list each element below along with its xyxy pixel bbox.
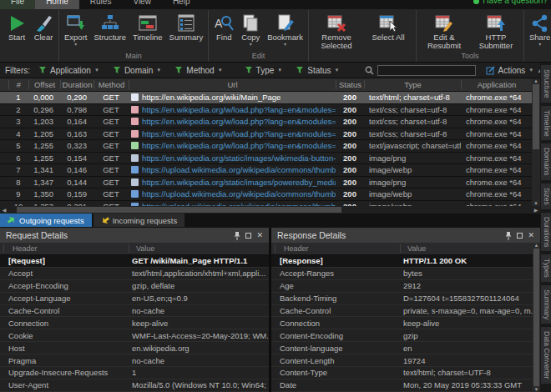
header-column[interactable]: Header (3, 244, 129, 253)
header-row[interactable]: Backend-Timing D=127604 t=15583275011240… (271, 293, 540, 305)
table-row[interactable]: 1 0,000 0,290 GET https://en.wikipedia.o… (0, 92, 532, 104)
side-tab[interactable]: Sizes (541, 183, 551, 209)
header-column[interactable]: Header (275, 244, 400, 253)
column-method[interactable]: Method (94, 80, 129, 89)
copy-button[interactable]: Copy ▾ (237, 10, 264, 52)
column-duration[interactable]: Duration (60, 80, 94, 89)
scroll-down-icon[interactable]: ▼ (533, 201, 538, 206)
header-row[interactable]: Cookie WMF-Last-Access=20-May-2019; WM..… (0, 329, 269, 342)
header-row[interactable]: Connection keep-alive (271, 317, 540, 329)
header-row[interactable]: Host en.wikipedia.org (0, 342, 269, 354)
clear-button[interactable]: Clear (30, 10, 57, 52)
header-row[interactable]: Content-Encoding gzip (271, 329, 540, 342)
table-row[interactable]: 4 1,205 0,163 GET https://en.wikipedia.o… (0, 128, 532, 141)
header-row[interactable]: Age 2912 (271, 280, 540, 293)
side-tab[interactable]: Data Converter (541, 327, 551, 384)
header-row[interactable]: Connection keep-alive (0, 317, 269, 329)
header-row[interactable]: Cache-Control no-cache (0, 305, 269, 318)
header-row[interactable]: Pragma no-cache (0, 354, 269, 367)
menu-tab-rules[interactable]: Rules (79, 0, 123, 9)
request-type: text/javascript; charset=utf-8 (364, 141, 461, 150)
header-row[interactable]: Cache-Control private, s-maxage=0, max-a… (271, 305, 540, 318)
side-tab[interactable]: Timeline (541, 106, 551, 141)
scrollbar-thumb[interactable] (533, 84, 539, 149)
scroll-right-icon[interactable]: ▶ (532, 207, 540, 213)
filter-application[interactable]: Application▼ (33, 66, 104, 75)
filter-status[interactable]: Status▼ (291, 66, 344, 75)
search-input[interactable] (377, 65, 476, 76)
scrollbar-thumb[interactable] (17, 207, 341, 213)
have-a-question-link[interactable]: Have a question? (473, 0, 548, 9)
tab-outgoing-requests[interactable]: Outgoing requests (0, 214, 92, 227)
header-row[interactable]: Accept-Language en-US,en;q=0.9 (0, 293, 269, 305)
tab-incoming-requests[interactable]: Incoming requests (94, 214, 185, 227)
response-scrollbar[interactable]: ▲ ▼ (533, 243, 540, 392)
timeline-button[interactable]: Timeline (129, 10, 166, 52)
column-application[interactable]: Application (461, 80, 532, 89)
summary-button[interactable]: Summary (166, 10, 207, 52)
table-row[interactable]: 3 1,203 0,164 GET https://en.wikipedia.o… (0, 116, 532, 128)
header-row[interactable]: Date Mon, 20 May 2019 05:33:33 GMT (271, 379, 540, 392)
column-type[interactable]: Type (364, 80, 461, 89)
side-tab[interactable]: Domains (541, 143, 551, 180)
menu-tab-file[interactable]: File (0, 0, 35, 9)
maximize-icon[interactable] (245, 233, 251, 239)
http-submitter-button[interactable]: HTTP Submitter (470, 10, 522, 52)
header-row[interactable]: Accept-Encoding gzip, deflate (0, 280, 269, 293)
scroll-down-icon[interactable]: ▼ (534, 387, 539, 392)
pin-icon[interactable] (234, 231, 240, 240)
menu-tab-home[interactable]: Home (35, 0, 79, 9)
select-all-button[interactable]: Select All (362, 10, 414, 52)
column-offset[interactable]: Offset (28, 80, 60, 89)
filter-method[interactable]: Method▼ (169, 66, 227, 75)
vertical-scrollbar[interactable]: ▲ ▼ (532, 78, 540, 206)
menu-tab-view[interactable]: View (122, 0, 162, 9)
request-number: 2 (8, 105, 28, 114)
table-row[interactable]: 6 1,255 0,154 GET https://en.wikipedia.o… (0, 153, 532, 165)
scroll-up-icon[interactable]: ▲ (533, 78, 538, 83)
actions-menu[interactable]: Actions▼ (486, 66, 534, 75)
table-row[interactable]: 2 0,296 0,798 GET https://en.wikipedia.o… (0, 104, 532, 117)
table-row[interactable]: 8 1,347 0,144 GET https://en.wikipedia.o… (0, 177, 532, 189)
close-icon[interactable]: ✕ (256, 232, 263, 239)
value-column[interactable]: Value (400, 244, 540, 253)
side-tab[interactable]: Durations (541, 213, 551, 251)
menu-tab-help[interactable]: Help (162, 0, 201, 9)
header-row[interactable]: Content-Type text/html; charset=UTF-8 (271, 367, 540, 379)
horizontal-scrollbar[interactable]: ◀ ▶ (0, 206, 540, 214)
start-button[interactable]: Start (3, 10, 30, 52)
side-tab[interactable]: Structure (541, 65, 551, 103)
header-row[interactable]: Upgrade-Insecure-Requests 1 (0, 367, 269, 379)
find-button[interactable]: A Find (210, 10, 237, 52)
structure-button[interactable]: Structure (90, 10, 129, 52)
side-tab[interactable]: Summary (541, 285, 551, 324)
side-tab[interactable]: Types (541, 254, 551, 282)
column-url[interactable]: Url (129, 80, 336, 89)
export-button[interactable]: Export ▾ (61, 10, 90, 52)
header-row[interactable]: Accept text/html,application/xhtml+xml,a… (0, 268, 269, 280)
header-row[interactable]: [Response] HTTP/1.1 200 OK (271, 255, 540, 268)
value-column[interactable]: Value (129, 244, 269, 253)
column-status[interactable]: Status (336, 80, 364, 89)
maximize-icon[interactable] (517, 233, 523, 239)
header-row[interactable]: User-Agent Mozilla/5.0 (Windows NT 10.0;… (0, 379, 269, 392)
header-row[interactable]: Content-language en (271, 342, 540, 354)
pin-icon[interactable] (505, 231, 512, 240)
table-row[interactable]: 5 1,255 0,323 GET https://en.wikipedia.o… (0, 140, 532, 153)
header-row[interactable]: [Request] GET /wiki/Main_Page HTTP/1.1 (0, 255, 269, 268)
scroll-up-icon[interactable]: ▲ (534, 243, 539, 248)
header-row[interactable]: Content-Length 19724 (271, 354, 540, 367)
filter-type[interactable]: Type▼ (240, 66, 288, 75)
table-row[interactable]: 9 1,350 0,159 GET https://upload.wikimed… (0, 188, 532, 201)
share-button[interactable]: Share ▾ (526, 10, 551, 52)
scroll-left-icon[interactable]: ◀ (0, 207, 8, 213)
header-row[interactable]: Accept-Ranges bytes (271, 268, 540, 280)
column-number[interactable]: # (8, 80, 28, 89)
filter-domain[interactable]: Domain▼ (108, 66, 166, 75)
edit-resubmit-button[interactable]: Edit & Resubmit (418, 10, 470, 52)
close-icon[interactable]: ✕ (528, 232, 534, 239)
table-row[interactable]: 7 1,341 0,146 GET https://upload.wikimed… (0, 164, 532, 177)
remove-selected-button[interactable]: Remove Selected (311, 10, 362, 52)
bookmark-button[interactable]: Bookmark ▾ (264, 10, 306, 52)
scrollbar-thumb[interactable] (533, 249, 539, 386)
